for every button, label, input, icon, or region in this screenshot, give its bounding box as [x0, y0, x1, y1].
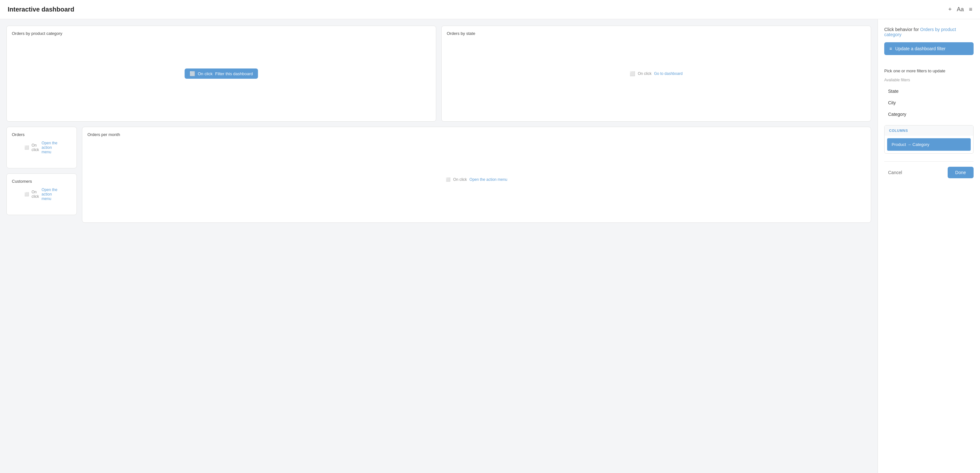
columns-section: COLUMNS Product → Category [884, 125, 974, 154]
card-title-orders: Orders [12, 132, 72, 137]
panel-footer: Cancel Done [884, 161, 974, 178]
click-badge-filter-dashboard[interactable]: ⬜ On click Filter this dashboard [185, 68, 258, 79]
font-size-icon[interactable]: Aa [957, 6, 964, 13]
bottom-left-column: Orders ⬜ On click Open the action menu C… [6, 127, 77, 223]
top-bar-actions: + Aa ≡ [948, 6, 972, 13]
click-badge-orders[interactable]: ⬜ On click Open the action menu [24, 139, 59, 156]
action-text-1: Filter this dashboard [215, 71, 253, 76]
action-text-5: Open the action menu [41, 187, 59, 201]
top-bar: Interactive dashboard + Aa ≡ [0, 0, 980, 19]
filter-funnel-icon: ≡ [889, 46, 892, 51]
on-click-label-5: On click [32, 190, 39, 199]
click-badge-go-to-dashboard[interactable]: ⬜ On click Go to dashboard [625, 68, 687, 79]
update-filter-button[interactable]: ≡ Update a dashboard filter [884, 42, 974, 55]
card-orders-per-month: Orders per month ⬜ On click Open the act… [82, 127, 871, 223]
filter-close-button[interactable]: × [884, 62, 891, 68]
on-click-label-1: On click [197, 71, 212, 76]
filter-button-content: ≡ Update a dashboard filter [889, 46, 945, 51]
dashboard-area: Orders by product category ⬜ On click Fi… [0, 19, 878, 473]
right-panel: Click behavior for Orders by product cat… [878, 19, 980, 473]
on-click-label-2: On click [638, 71, 651, 76]
card-orders-by-product-category: Orders by product category ⬜ On click Fi… [6, 25, 436, 122]
card-customers: Customers ⬜ On click Open the action men… [6, 173, 77, 215]
dashboard-bottom-row: Orders ⬜ On click Open the action menu C… [6, 127, 871, 223]
dashboard-top-row: Orders by product category ⬜ On click Fi… [6, 25, 871, 122]
card-title-orders-state: Orders by state [447, 31, 865, 36]
card-orders-by-state: Orders by state ⬜ On click Go to dashboa… [441, 25, 871, 122]
filter-item-category[interactable]: Category [884, 108, 974, 120]
columns-item-product-category[interactable]: Product → Category [887, 138, 971, 151]
cursor-icon-5: ⬜ [24, 192, 29, 197]
card-title-orders-product: Orders by product category [12, 31, 431, 36]
panel-title-prefix: Click behavior for [884, 27, 920, 32]
card-title-customers: Customers [12, 179, 72, 184]
on-click-label-4: On click [453, 177, 467, 182]
cursor-icon-2: ⬜ [630, 71, 635, 76]
filter-icon[interactable]: ≡ [969, 6, 972, 13]
add-icon[interactable]: + [948, 6, 952, 13]
filter-item-city[interactable]: City [884, 97, 974, 108]
click-badge-orders-month[interactable]: ⬜ On click Open the action menu [446, 175, 507, 184]
pick-label: Pick one or more filters to update [884, 68, 974, 73]
action-text-4: Open the action menu [469, 177, 507, 182]
panel-title: Click behavior for Orders by product cat… [884, 27, 974, 37]
page-title: Interactive dashboard [8, 6, 74, 13]
filter-button-label: Update a dashboard filter [895, 46, 945, 51]
cursor-icon-4: ⬜ [446, 177, 450, 182]
cursor-icon: ⬜ [189, 71, 195, 76]
card-orders: Orders ⬜ On click Open the action menu [6, 127, 77, 168]
cursor-icon-3: ⬜ [24, 145, 29, 150]
avail-label: Avaliable filters [884, 78, 974, 82]
action-text-2: Go to dashboard [654, 71, 682, 76]
card-title-orders-month: Orders per month [88, 132, 865, 137]
action-text-3: Open the action menu [41, 141, 59, 154]
main-layout: Orders by product category ⬜ On click Fi… [0, 19, 980, 473]
filter-item-state[interactable]: State [884, 86, 974, 97]
on-click-label-3: On click [32, 143, 39, 152]
click-badge-customers[interactable]: ⬜ On click Open the action menu [24, 186, 59, 203]
done-button[interactable]: Done [948, 167, 974, 178]
cancel-button[interactable]: Cancel [884, 167, 906, 178]
columns-header: COLUMNS [885, 125, 973, 136]
